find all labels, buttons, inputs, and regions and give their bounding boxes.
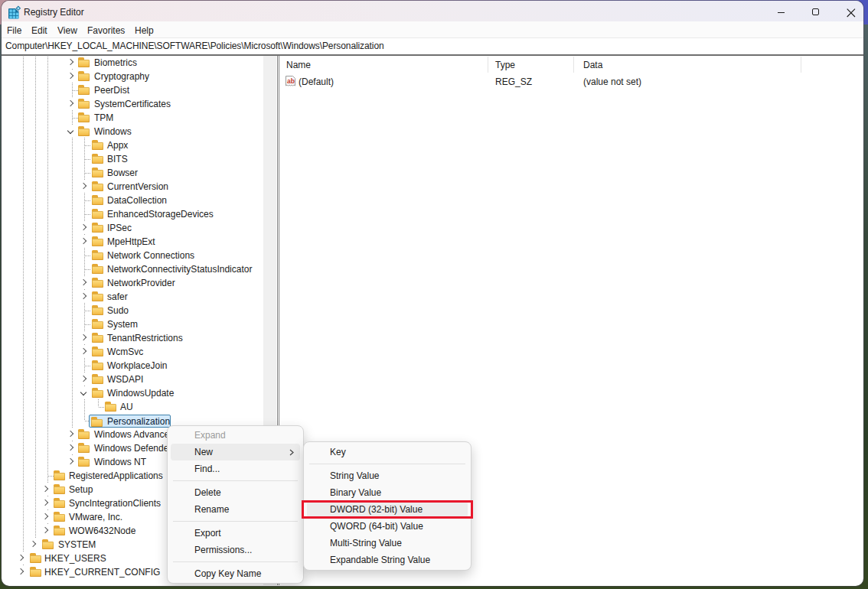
svg-text:ab: ab (287, 77, 295, 85)
